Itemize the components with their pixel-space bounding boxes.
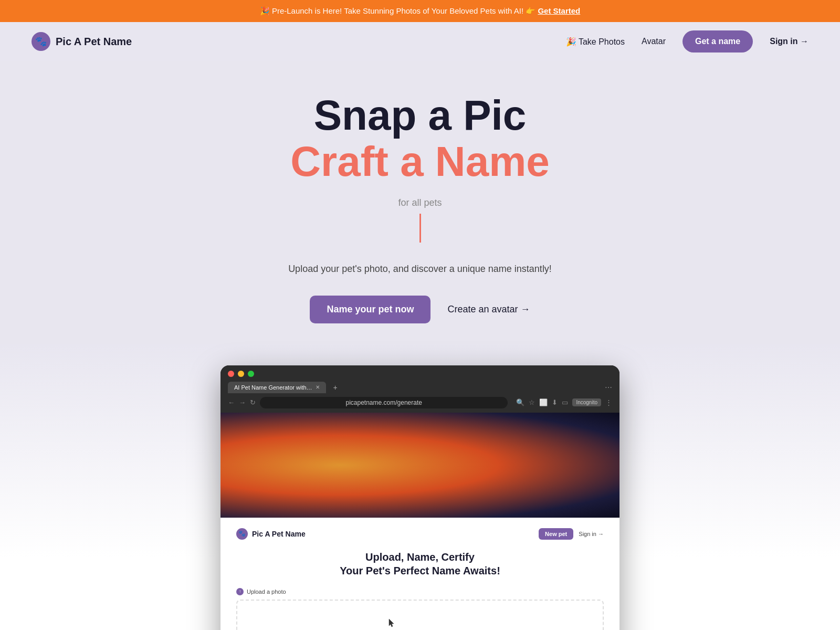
hero-subtitle: for all pets xyxy=(10,197,830,208)
wallpaper xyxy=(220,413,620,518)
logo-icon: 🐾 xyxy=(32,32,50,51)
banner-text: 🎉 Pre-Launch is Here! Take Stunning Phot… xyxy=(260,6,538,15)
inner-hero: Upload, Name, Certify Your Pet's Perfect… xyxy=(236,550,604,578)
banner-link[interactable]: Get Started xyxy=(538,6,580,15)
logo-text: Pic A Pet Name xyxy=(56,36,132,48)
share-icon[interactable]: ⬜ xyxy=(539,398,548,406)
dot-minimize[interactable] xyxy=(238,371,244,377)
upload-label: ↑ Upload a photo xyxy=(236,588,604,595)
url-text: picapetname.com/generate xyxy=(345,399,422,406)
inner-logo-icon: 🐾 xyxy=(236,528,248,540)
inner-heading-line2: Your Pet's Perfect Name Awaits! xyxy=(340,565,500,576)
cursor-blink xyxy=(419,214,421,243)
upload-icon: ↑ xyxy=(236,588,244,595)
reload-button[interactable]: ↻ xyxy=(250,398,256,406)
inner-signin-button[interactable]: Sign in → xyxy=(579,531,604,537)
name-pet-button[interactable]: Name your pet now xyxy=(310,296,430,323)
hero-heading: Snap a Pic Craft a Name xyxy=(10,92,830,185)
browser-chrome: AI Pet Name Generator with… ✕ + ⋯ ← → ↻ … xyxy=(220,365,620,413)
hero-line2: Craft a Name xyxy=(10,139,830,185)
nav-logo[interactable]: 🐾 Pic A Pet Name xyxy=(32,32,132,51)
dot-close[interactable] xyxy=(228,371,234,377)
wallpaper-gradient xyxy=(220,413,620,518)
cursor-pointer xyxy=(388,618,393,623)
forward-button[interactable]: → xyxy=(239,398,246,406)
incognito-badge: Incognito xyxy=(572,398,601,406)
inner-logo-text: Pic A Pet Name xyxy=(252,530,306,538)
new-tab-button[interactable]: + xyxy=(329,381,342,394)
tab-bar: AI Pet Name Generator with… ✕ + ⋯ xyxy=(228,381,612,394)
url-bar[interactable]: picapetname.com/generate xyxy=(260,397,508,408)
download-icon[interactable]: ⬇ xyxy=(552,398,558,406)
tab-menu-icon[interactable]: ⋯ xyxy=(605,383,612,392)
inner-nav-right: New pet Sign in → xyxy=(539,528,604,540)
hero-buttons: Name your pet now Create an avatar → xyxy=(10,296,830,323)
nav-take-photos[interactable]: 🎉 Take Photos xyxy=(566,37,625,47)
back-button[interactable]: ← xyxy=(228,398,235,406)
dot-maximize[interactable] xyxy=(248,371,254,377)
mockup-section: AI Pet Name Generator with… ✕ + ⋯ ← → ↻ … xyxy=(0,344,840,630)
signin-link[interactable]: Sign in → xyxy=(770,37,808,46)
upload-label-text: Upload a photo xyxy=(247,589,286,595)
create-avatar-button[interactable]: Create an avatar → xyxy=(447,304,530,315)
get-name-button[interactable]: Get a name xyxy=(682,30,753,52)
nav-avatar[interactable]: Avatar xyxy=(642,37,666,46)
upload-dropzone[interactable] xyxy=(236,600,604,630)
inner-heading-line1: Upload, Name, Certify xyxy=(365,551,475,563)
hero-line1: Snap a Pic xyxy=(314,92,527,139)
hero-section: Snap a Pic Craft a Name for all pets Upl… xyxy=(0,61,840,344)
inner-logo: 🐾 Pic A Pet Name xyxy=(236,528,306,540)
promo-banner: 🎉 Pre-Launch is Here! Take Stunning Phot… xyxy=(0,0,840,22)
zoom-icon[interactable]: 🔍 xyxy=(516,398,524,406)
browser-action-icons: 🔍 ☆ ⬜ ⬇ ▭ Incognito ⋮ xyxy=(516,398,612,406)
active-tab[interactable]: AI Pet Name Generator with… ✕ xyxy=(228,382,326,393)
menu-icon[interactable]: ⋮ xyxy=(605,398,612,406)
inner-new-pet-button[interactable]: New pet xyxy=(539,528,573,540)
tab-close-icon[interactable]: ✕ xyxy=(316,384,320,390)
browser-dots xyxy=(228,371,612,377)
hero-description: Upload your pet's photo, and discover a … xyxy=(10,261,830,277)
cast-icon[interactable]: ▭ xyxy=(562,398,568,406)
main-nav: 🐾 Pic A Pet Name 🎉 Take Photos Avatar Ge… xyxy=(0,22,840,61)
star-icon[interactable]: ☆ xyxy=(529,398,535,406)
inner-page: 🐾 Pic A Pet Name New pet Sign in → Uploa… xyxy=(220,518,620,630)
nav-right: 🎉 Take Photos Avatar Get a name Sign in … xyxy=(566,30,808,52)
address-bar: ← → ↻ picapetname.com/generate 🔍 ☆ ⬜ ⬇ ▭… xyxy=(228,397,612,408)
inner-nav: 🐾 Pic A Pet Name New pet Sign in → xyxy=(236,528,604,540)
browser-frame: AI Pet Name Generator with… ✕ + ⋯ ← → ↻ … xyxy=(220,365,620,630)
tab-label: AI Pet Name Generator with… xyxy=(234,384,312,391)
inner-heading: Upload, Name, Certify Your Pet's Perfect… xyxy=(236,550,604,578)
upload-section: ↑ Upload a photo Uploading cat.jpg xyxy=(236,588,604,630)
